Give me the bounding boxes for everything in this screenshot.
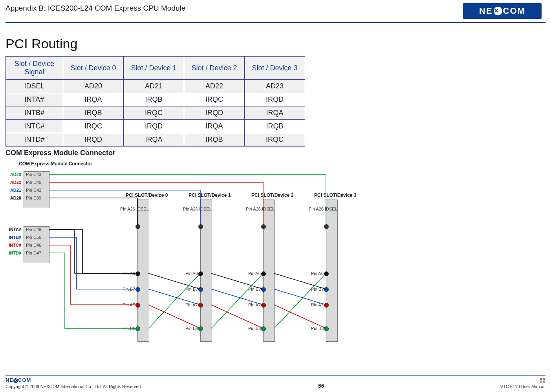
routing-diagram: COM Express Module Connector AD23 Pin C4… [4,159,357,360]
wire-node [135,326,140,331]
pin-label: Pin C49 [26,227,41,232]
table-cell: INTD# [6,133,63,147]
slot-pin-label: Pin B8 [185,326,198,331]
subsection-title: COM Express Module Connector [5,149,546,157]
slot-pin-label: Pin A6 [248,271,261,276]
wire-node [324,271,329,276]
slot-pin-label: Pin B7 [248,287,261,291]
table-cell: IRQA [63,93,124,106]
pci-slot [200,200,212,342]
copyright-text: Copyright © 2009 NEXCOM International Co… [5,384,142,389]
wire-node [198,271,203,276]
slot-pin-label: Pin A7 [248,302,261,307]
slot-pin-label: Pin A7 [311,302,324,307]
table-cell: IRQD [124,120,184,133]
footer-logo: NE✕COM [5,377,33,384]
page-number: 66 [318,383,324,389]
table-cell: AD23 [245,80,305,93]
slot-label: PCI SLOT/Device 2 [251,192,293,198]
wire-node [135,271,140,276]
signal-label: INTA# [4,227,21,232]
pin-label: Pin D47 [26,251,41,255]
wire-node [135,303,140,308]
signal-label: INTC# [4,243,21,247]
table-cell: IRQC [184,93,245,106]
pci-routing-table: Slot / Device Signal Slot / Device 0 Slo… [5,56,305,147]
slot-pin-label: Pin A26 IDSEL [309,207,327,211]
decorative-dots-icon [540,378,546,383]
pin-label: Pin C42 [26,188,41,192]
diagram-title: COM Express Module Connector [19,161,92,167]
table-cell: AD22 [184,80,245,93]
table-cell: AD21 [124,80,184,93]
slot-pin-label: Pin A26 IDSEL [246,207,264,211]
wire-node [324,287,329,292]
appendix-title: Appendix B: ICES200-L24 COM Express CPU … [5,4,185,13]
table-cell: IRQB [63,106,124,120]
table-cell: IRQB [124,93,184,106]
table-cell: IRQA [124,133,184,147]
table-cell: IRQD [245,93,305,106]
wire-node [324,303,329,308]
wire-node [324,224,329,229]
wire-node [261,326,266,331]
signal-label: INTD# [4,251,21,255]
signal-label: AD20 [4,196,21,200]
table-cell: INTA# [6,93,63,106]
wire-node [135,287,140,292]
signal-label: AD21 [4,188,21,192]
table-cell: IRQD [63,133,124,147]
slot-pin-label: Pin A6 [311,271,324,276]
pin-label: Pin C43 [26,172,41,177]
slot-label: PCI SLOT/Device 0 [126,192,168,198]
table-cell: IDSEL [6,80,63,93]
table-header: Slot / Device 2 [184,57,245,80]
signal-label: AD23 [4,172,21,177]
slot-pin-label: Pin B7 [185,287,198,291]
table-cell: IRQA [245,106,305,120]
table-cell: AD20 [63,80,124,93]
table-cell: IRQC [245,133,305,147]
wire-node [261,287,266,292]
wire-node [198,224,203,229]
table-header: Slot / Device 3 [245,57,305,80]
wire-node [198,326,203,331]
wire-node [261,303,266,308]
pin-label: Pin D46 [26,243,41,247]
wire-node [198,303,203,308]
slot-pin-label: Pin B7 [123,287,135,291]
pin-label: Pin C50 [26,235,41,240]
table-cell: INTC# [6,120,63,133]
slot-label: PCI SLOT/Device 3 [314,192,356,198]
slot-pin-label: Pin A26 IDSEL [120,207,138,211]
table-header: Slot / Device Signal [6,57,63,80]
table-cell: INTB# [6,106,63,120]
manual-title: VTC 6110 User Manual [500,384,546,389]
table-cell: IRQC [124,106,184,120]
wire-node [198,287,203,292]
slot-pin-label: Pin A7 [185,302,198,307]
wire-node [261,271,266,276]
table-cell: IRQC [63,120,124,133]
signal-label: INTB# [4,235,21,240]
slot-pin-label: Pin B8 [248,326,261,331]
slot-pin-label: Pin B8 [123,326,135,331]
table-cell: IRQB [245,120,305,133]
slot-pin-label: Pin B7 [311,287,324,291]
slot-label: PCI SLOT/Device 1 [189,192,231,198]
slot-pin-label: Pin A7 [123,302,135,307]
pin-label: Pin D40 [26,180,41,185]
brand-logo: NE✕COM [463,3,542,19]
slot-pin-label: Pin A6 [123,271,135,276]
section-title: PCI Routing [5,36,546,51]
wire-node [324,326,329,331]
pin-label: Pin D39 [26,196,41,200]
table-header: Slot / Device 1 [124,57,184,80]
pci-slot [263,200,275,342]
slot-pin-label: Pin A6 [185,271,198,276]
table-cell: IRQD [184,106,245,120]
signal-label: AD22 [4,180,21,185]
wire-node [135,224,140,229]
pci-slot [326,200,338,342]
table-cell: IRQB [184,133,245,147]
